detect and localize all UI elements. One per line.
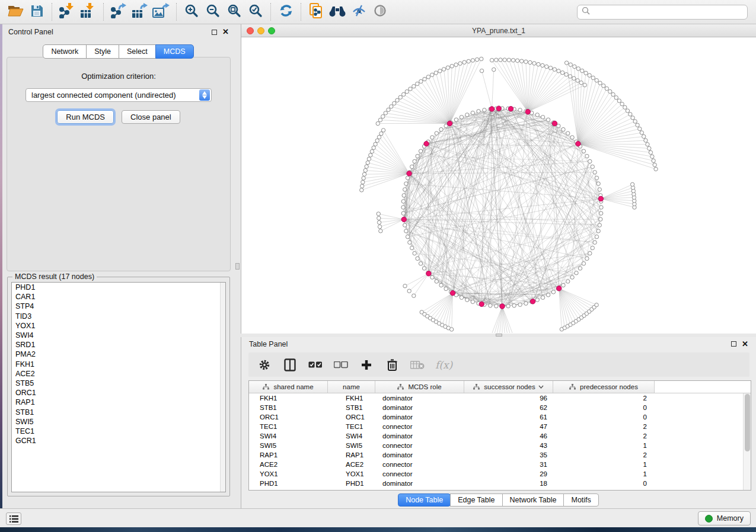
- show-tasks-button[interactable]: [6, 512, 21, 525]
- tab-node-table[interactable]: Node Table: [398, 493, 451, 507]
- column-header-name[interactable]: name: [328, 381, 375, 393]
- close-panel-icon[interactable]: ✕: [742, 341, 748, 347]
- zoom-fit-button[interactable]: [224, 2, 245, 22]
- refresh-layout-button[interactable]: [275, 2, 296, 22]
- import-table-button[interactable]: [78, 2, 99, 22]
- table-row[interactable]: PHD1PHD1dominator180: [249, 479, 751, 488]
- sort-desc-icon: [538, 385, 544, 389]
- control-panel: Control Panel ✕ Network Style Select MCD…: [2, 24, 235, 508]
- function-builder-button[interactable]: f(x): [435, 359, 452, 371]
- search-icon: [582, 7, 590, 17]
- show-panel-button[interactable]: [369, 2, 391, 22]
- list-item[interactable]: SWI4: [12, 331, 225, 340]
- eye-icon: [373, 4, 387, 20]
- table-row[interactable]: YOX1YOX1connector291: [249, 469, 751, 479]
- table-row[interactable]: RAP1RAP1dominator352: [249, 450, 751, 460]
- list-item[interactable]: SRD1: [12, 340, 225, 350]
- toolbar-separator: [52, 3, 52, 21]
- list-item[interactable]: ORC1: [12, 388, 225, 398]
- network-canvas[interactable]: [241, 37, 756, 334]
- delete-column-button[interactable]: [384, 357, 400, 373]
- delete-table-button[interactable]: [410, 357, 425, 373]
- table-cell: 61: [464, 412, 553, 422]
- close-panel-icon[interactable]: ✕: [222, 29, 229, 35]
- vertical-splitter[interactable]: [235, 24, 241, 508]
- run-mcds-button[interactable]: Run MCDS: [57, 110, 114, 124]
- show-columns-button[interactable]: [282, 357, 298, 373]
- table-row[interactable]: ORC1ORC1dominator610: [249, 412, 751, 422]
- column-header-mcds-role[interactable]: MCDS role: [375, 381, 464, 393]
- tab-motifs[interactable]: Motifs: [563, 493, 598, 507]
- tab-network-table[interactable]: Network Table: [502, 493, 564, 507]
- list-item[interactable]: STB1: [12, 408, 225, 417]
- list-item[interactable]: TID3: [12, 312, 225, 321]
- select-all-button[interactable]: [308, 357, 323, 373]
- open-session-button[interactable]: [5, 2, 26, 22]
- list-item[interactable]: PMA2: [12, 350, 225, 359]
- search-network-button[interactable]: [327, 2, 348, 22]
- import-network-button[interactable]: [56, 2, 78, 22]
- list-item[interactable]: YOX1: [12, 321, 225, 331]
- toolbar-separator: [301, 3, 301, 21]
- clone-network-button[interactable]: [305, 2, 327, 22]
- list-item[interactable]: TEC1: [12, 427, 225, 436]
- float-panel-icon[interactable]: [212, 30, 217, 35]
- table-settings-button[interactable]: [257, 357, 272, 373]
- list-item[interactable]: CAR1: [12, 292, 225, 302]
- mcds-result-list[interactable]: PHD1CAR1STP4TID3YOX1SWI4SRD1PMA2FKH1ACE2…: [11, 282, 226, 492]
- list-item[interactable]: PHD1: [12, 283, 225, 292]
- column-header-predecessor-nodes[interactable]: predecessor nodes: [553, 381, 655, 393]
- save-session-button[interactable]: [26, 2, 47, 22]
- table-cell: dominator: [375, 412, 464, 422]
- list-item[interactable]: SWI5: [12, 417, 225, 427]
- splitter-grip[interactable]: [235, 263, 240, 270]
- network-title: YPA_prune.txt_1: [241, 27, 756, 35]
- tab-edge-table[interactable]: Edge Table: [450, 493, 502, 507]
- export-table-button[interactable]: [129, 2, 151, 22]
- table-row[interactable]: ACE2ACE2connector311: [249, 460, 751, 469]
- table-row[interactable]: SWI5SWI5connector431: [249, 441, 751, 450]
- table-scrollbar[interactable]: [743, 393, 751, 490]
- scrollbar-thumb[interactable]: [745, 394, 750, 451]
- add-column-button[interactable]: [359, 357, 374, 373]
- tab-mcds[interactable]: MCDS: [155, 44, 194, 59]
- table-panel-titlebar: Table Panel ✕: [241, 337, 756, 351]
- splitter-grip[interactable]: [496, 334, 502, 336]
- list-item[interactable]: ACE2: [12, 369, 225, 379]
- table-cell: 2: [553, 431, 655, 441]
- memory-button[interactable]: Memory: [698, 511, 751, 525]
- columns-icon: [284, 358, 296, 371]
- list-item[interactable]: STP4: [12, 302, 225, 311]
- hide-panel-button[interactable]: [348, 2, 369, 22]
- tab-select[interactable]: Select: [119, 44, 156, 59]
- list-item[interactable]: RAP1: [12, 398, 225, 407]
- table-cell: connector: [375, 469, 464, 479]
- deselect-all-button[interactable]: [333, 357, 349, 373]
- list-item[interactable]: STB5: [12, 379, 225, 388]
- list-item[interactable]: FKH1: [12, 360, 225, 369]
- close-panel-button[interactable]: Close panel: [122, 110, 180, 124]
- search-input[interactable]: [593, 8, 743, 16]
- table-row[interactable]: FKH1FKH1dominator962: [249, 393, 751, 403]
- table-row[interactable]: SWI4SWI4dominator462: [249, 431, 751, 441]
- float-panel-icon[interactable]: [731, 341, 736, 347]
- zoom-selected-button[interactable]: [245, 2, 266, 22]
- table-row[interactable]: TEC1TEC1connector472: [249, 422, 751, 431]
- export-network-button[interactable]: [108, 2, 129, 22]
- mcds-list-scrollbar[interactable]: [220, 283, 225, 492]
- zoom-out-button[interactable]: [202, 2, 224, 22]
- network-view-window: YPA_prune.txt_1: [241, 24, 756, 334]
- export-image-button[interactable]: [151, 2, 172, 22]
- network-titlebar[interactable]: YPA_prune.txt_1: [241, 24, 756, 37]
- status-bar: Memory: [0, 508, 756, 527]
- column-header-successor-nodes[interactable]: successor nodes: [464, 381, 553, 393]
- network-search-field[interactable]: [577, 5, 748, 20]
- tab-network[interactable]: Network: [43, 44, 87, 59]
- criterion-dropdown[interactable]: largest connected component (undirected): [25, 88, 212, 102]
- tab-style[interactable]: Style: [86, 44, 119, 59]
- column-header-shared-name[interactable]: shared name: [249, 381, 328, 393]
- mcds-result-title: MCDS result (17 nodes): [12, 273, 97, 281]
- table-row[interactable]: STB1STB1dominator620: [249, 403, 751, 412]
- list-item[interactable]: GCR1: [12, 436, 225, 446]
- zoom-in-button[interactable]: [181, 2, 202, 22]
